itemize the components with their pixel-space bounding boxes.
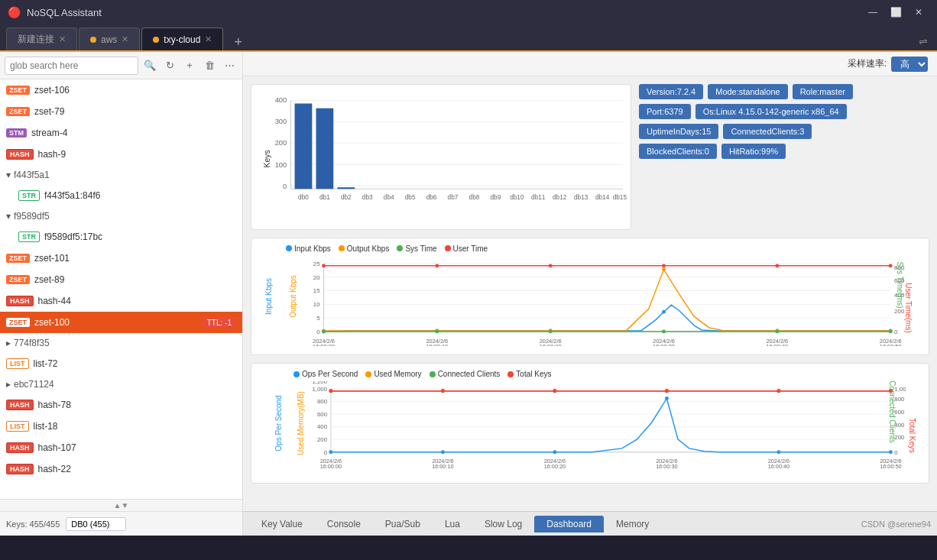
group-header[interactable]: ▸ ebc71124: [0, 374, 242, 394]
list-item[interactable]: ZSET zset-79: [0, 101, 242, 122]
group-header[interactable]: ▾ f9589df5: [0, 206, 242, 226]
key-name: list-72: [34, 358, 58, 369]
legend-memory: Used Memory: [365, 370, 421, 378]
svg-point-128: [329, 451, 332, 455]
refresh-button[interactable]: ↻: [161, 57, 178, 74]
badge-role: Role:master: [793, 84, 853, 99]
svg-point-91: [549, 264, 553, 267]
svg-text:db0: db0: [298, 194, 309, 201]
type-badge-stm: STM: [6, 128, 27, 138]
type-badge-list: LIST: [6, 358, 29, 369]
tab-new-conn-close[interactable]: ✕: [59, 34, 66, 44]
type-badge-str: STR: [18, 190, 40, 201]
legend-ops: Ops Per Second: [293, 370, 358, 378]
tab-add-button[interactable]: +: [228, 34, 248, 50]
scroll-indicator: ▲▼: [0, 499, 242, 511]
svg-text:db7: db7: [448, 194, 459, 201]
key-name: zset-106: [34, 85, 70, 95]
tab-pua-sub[interactable]: Pua/Sub: [373, 516, 433, 532]
list-item[interactable]: HASH hash-78: [0, 394, 242, 416]
svg-text:300: 300: [275, 118, 287, 125]
y-axis-user-time: User Time(ms): [904, 274, 913, 342]
tab-slow-log[interactable]: Slow Log: [472, 516, 534, 532]
list-item[interactable]: STR f9589df5:17bc: [0, 226, 242, 248]
tab-memory[interactable]: Memory: [604, 516, 661, 532]
list-item[interactable]: HASH hash-22: [0, 458, 242, 480]
keys-chart: Keys 0 100 200 300 400: [251, 84, 631, 230]
type-badge-hash: HASH: [6, 464, 34, 474]
svg-text:400: 400: [317, 424, 328, 431]
tab-txy-cloud-close[interactable]: ✕: [205, 34, 212, 44]
svg-point-86: [662, 329, 666, 333]
list-item-active[interactable]: ZSET zset-100 TTL: -1: [0, 312, 242, 333]
y-axis-input-kbps: Input Kbps: [264, 266, 273, 327]
key-name: list-18: [34, 421, 58, 432]
svg-text:db5: db5: [405, 194, 416, 201]
group-header[interactable]: ▾ f443f5a1: [0, 165, 242, 185]
svg-point-147: [441, 389, 445, 393]
svg-point-85: [549, 329, 553, 333]
svg-text:800: 800: [317, 399, 328, 406]
bar-db0: [295, 103, 313, 189]
svg-text:16:00:00: 16:00:00: [320, 464, 342, 471]
group-header[interactable]: ▸ 774f8f35: [0, 333, 242, 353]
expand-icon: ▾: [6, 211, 11, 222]
svg-text:20: 20: [313, 274, 320, 280]
list-item[interactable]: ZSET zset-101: [0, 248, 242, 269]
key-name: f9589df5:17bc: [44, 231, 102, 242]
tab-key-value[interactable]: Key Value: [249, 516, 315, 532]
badge-port: Port:6379: [639, 104, 691, 119]
list-item[interactable]: LIST list-18: [0, 416, 242, 437]
tab-dashboard[interactable]: Dashboard: [534, 516, 604, 532]
bottom-tabs: Key Value Console Pua/Sub Lua Slow Log D…: [243, 511, 937, 536]
y-axis-sys-time: Sys Time(ms): [896, 254, 904, 316]
bar-db1: [316, 108, 334, 189]
sampling-select[interactable]: 高 中 低: [891, 57, 928, 72]
add-key-button[interactable]: +: [181, 57, 198, 74]
tab-txy-cloud[interactable]: txy-cloud ✕: [141, 28, 223, 50]
sidebar: 🔍 ↻ + 🗑 ⋯ ZSET zset-106 ZSET zset-79 STM…: [0, 52, 243, 536]
type-badge-hash: HASH: [6, 149, 34, 160]
network-chart: Input Kbps Output Kbps Sys Time(ms) User…: [251, 238, 929, 356]
badge-hitratio: HitRatio:99%: [721, 144, 786, 159]
svg-text:0: 0: [316, 328, 320, 335]
input-kbps-line: [323, 305, 890, 332]
tab-aws-close[interactable]: ✕: [122, 34, 128, 44]
list-item[interactable]: STM stream-4: [0, 122, 242, 144]
key-name: hash-107: [38, 442, 76, 453]
type-badge-hash: HASH: [6, 296, 34, 306]
svg-point-133: [889, 451, 893, 455]
list-item[interactable]: HASH hash-107: [0, 437, 242, 458]
minimize-button[interactable]: —: [862, 4, 884, 21]
key-name: hash-44: [38, 296, 71, 306]
list-item[interactable]: LIST list-72: [0, 353, 242, 374]
list-item[interactable]: HASH hash-44: [0, 290, 242, 312]
tab-console[interactable]: Console: [315, 516, 373, 532]
tab-lua[interactable]: Lua: [433, 516, 472, 532]
list-item[interactable]: HASH hash-9: [0, 144, 242, 165]
badge-uptime: UptimeInDays:15: [639, 124, 718, 139]
maximize-button[interactable]: ⬜: [885, 4, 906, 21]
sync-icon[interactable]: ⇌: [916, 32, 931, 50]
tab-aws[interactable]: aws ✕: [79, 28, 140, 50]
more-options-button[interactable]: ⋯: [221, 57, 238, 74]
app-title: NoSQL Assistant: [27, 7, 862, 18]
close-button[interactable]: ✕: [908, 4, 929, 21]
tab-new-conn[interactable]: 新建连接 ✕: [6, 28, 77, 50]
svg-point-148: [553, 389, 556, 393]
svg-text:16:00:40: 16:00:40: [766, 342, 788, 346]
search-button[interactable]: 🔍: [141, 57, 158, 74]
list-item[interactable]: STR f443f5a1:84f6: [0, 185, 242, 206]
svg-text:200: 200: [275, 139, 287, 147]
db-select[interactable]: DB0 (455) DB1 DB2: [66, 517, 126, 531]
list-item[interactable]: ZSET zset-106: [0, 79, 242, 101]
badge-clients: ConnectedClients:3: [723, 124, 812, 139]
main-layout: 🔍 ↻ + 🗑 ⋯ ZSET zset-106 ZSET zset-79 STM…: [0, 52, 937, 536]
badge-row-2: Port:6379 Os:Linux 4.15.0-142-generic x8…: [639, 104, 929, 119]
delete-key-button[interactable]: 🗑: [201, 57, 218, 74]
search-input[interactable]: [5, 57, 138, 75]
svg-text:db9: db9: [491, 194, 501, 201]
list-item[interactable]: ZSET zset-89: [0, 269, 242, 290]
y-axis-ops: Ops Per Second: [274, 389, 283, 458]
tab-txy-cloud-dot: [153, 37, 159, 43]
